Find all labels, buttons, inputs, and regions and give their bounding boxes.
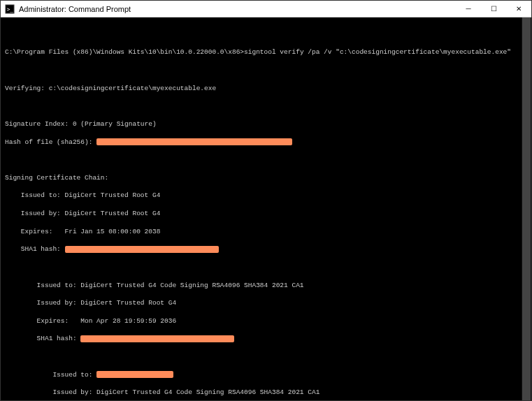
scroll-thumb[interactable] xyxy=(522,17,531,400)
minimize-button[interactable]: ─ xyxy=(456,1,481,17)
output-line xyxy=(5,102,527,111)
terminal-output[interactable]: C:\Program Files (x86)\Windows Kits\10\b… xyxy=(1,17,531,400)
window-title: Administrator: Command Prompt xyxy=(19,5,131,13)
scrollbar[interactable] xyxy=(522,17,531,400)
window-controls: ─ ☐ ✕ xyxy=(456,1,531,17)
output-line: Issued by: DigiCert Trusted Root G4 xyxy=(5,210,527,219)
sha1-label: SHA1 hash: xyxy=(5,245,65,253)
output-line xyxy=(5,353,527,362)
redacted-hash xyxy=(65,246,219,253)
output-line: Expires: Fri Jan 15 08:00:00 2038 xyxy=(5,228,527,237)
output-line: SHA1 hash: xyxy=(5,245,527,254)
command-line: C:\Program Files (x86)\Windows Kits\10\b… xyxy=(5,48,527,57)
redacted-name xyxy=(96,371,173,378)
output-line: Issued to: DigiCert Trusted G4 Code Sign… xyxy=(5,282,527,291)
hash-label: Hash of file (sha256): xyxy=(5,138,96,146)
titlebar-left: >_ Administrator: Command Prompt xyxy=(5,4,131,14)
output-line xyxy=(5,263,527,272)
output-line xyxy=(5,156,527,165)
output-line: Expires: Mon Apr 28 19:59:59 2036 xyxy=(5,317,527,326)
redacted-hash xyxy=(80,335,234,342)
output-line: Hash of file (sha256): xyxy=(5,138,527,147)
cmd-icon: >_ xyxy=(5,4,15,14)
close-button[interactable]: ✕ xyxy=(506,1,531,17)
output-line: Signature Index: 0 (Primary Signature) xyxy=(5,120,527,129)
output-line: SHA1 hash: xyxy=(5,335,527,344)
redacted-hash xyxy=(96,138,292,145)
output-line: Issued by: DigiCert Trusted Root G4 xyxy=(5,299,527,308)
output-line xyxy=(5,66,527,75)
output-line: Verifying: c:\codesigningcertificate\mye… xyxy=(5,85,527,94)
command-text: signtool verify /pa /v "c:\codesigningce… xyxy=(244,48,511,56)
svg-text:>_: >_ xyxy=(7,6,14,12)
issuedto-label: Issued to: xyxy=(5,371,96,379)
output-line: Issued to: xyxy=(5,371,527,380)
output-line: Issued to: DigiCert Trusted Root G4 xyxy=(5,191,527,200)
sha1-label: SHA1 hash: xyxy=(5,335,80,342)
output-line: Issued by: DigiCert Trusted G4 Code Sign… xyxy=(5,388,527,398)
output-line: Signing Certificate Chain: xyxy=(5,174,527,183)
window-titlebar: >_ Administrator: Command Prompt ─ ☐ ✕ xyxy=(1,1,531,17)
output-line xyxy=(5,31,527,40)
maximize-button[interactable]: ☐ xyxy=(481,1,506,17)
prompt: C:\Program Files (x86)\Windows Kits\10\b… xyxy=(5,48,244,56)
